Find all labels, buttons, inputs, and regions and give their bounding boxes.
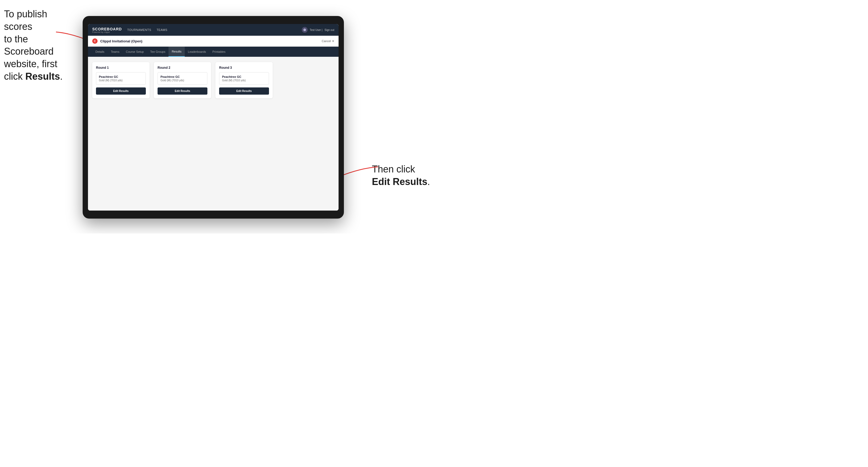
edit-results-button-2[interactable]: Edit Results (158, 87, 208, 95)
empty-column (277, 62, 334, 98)
edit-results-button-3[interactable]: Edit Results (219, 87, 269, 95)
top-nav: SCOREBOARD Powered by clippd TOURNAMENTS… (88, 24, 339, 36)
round-2-course-name: Peachtree GC (160, 75, 205, 79)
sub-nav: Details Teams Course Setup Tee Groups Re… (88, 46, 339, 57)
logo-area: SCOREBOARD Powered by clippd (92, 27, 122, 33)
nav-right: Test User | Sign out (302, 27, 334, 33)
tab-tee-groups[interactable]: Tee Groups (147, 46, 168, 57)
tab-printables[interactable]: Printables (209, 46, 229, 57)
tablet-screen: SCOREBOARD Powered by clippd TOURNAMENTS… (88, 24, 339, 211)
round-card-2: Round 2 Peachtree GC Gold (M) (7010 yds)… (154, 62, 211, 98)
edit-results-button-1[interactable]: Edit Results (96, 87, 146, 95)
content-area: Round 1 Peachtree GC Gold (M) (7010 yds)… (88, 57, 339, 211)
round-3-course-detail: Gold (M) (7010 yds) (222, 79, 266, 82)
tab-results[interactable]: Results (168, 46, 185, 57)
sign-out-link[interactable]: Sign out (324, 29, 334, 31)
user-icon (302, 27, 308, 33)
user-icon-inner (303, 29, 306, 31)
tab-teams[interactable]: Teams (108, 46, 123, 57)
logo-sub: Powered by clippd (92, 31, 122, 33)
round-card-1: Round 1 Peachtree GC Gold (M) (7010 yds)… (92, 62, 150, 98)
round-1-course-detail: Gold (M) (7010 yds) (99, 79, 143, 82)
round-card-3: Round 3 Peachtree GC Gold (M) (7010 yds)… (215, 62, 273, 98)
user-name: Test User | (310, 29, 322, 31)
tournament-header: C Clippd Invitational (Open) Cancel ✕ (88, 36, 339, 46)
round-2-course-detail: Gold (M) (7010 yds) (160, 79, 205, 82)
tournament-name: Clippd Invitational (Open) (100, 39, 322, 43)
round-2-title: Round 2 (158, 66, 208, 69)
app-logo: SCOREBOARD (92, 27, 122, 31)
tab-course-setup[interactable]: Course Setup (123, 46, 147, 57)
round-3-course-card: Peachtree GC Gold (M) (7010 yds) (219, 72, 269, 85)
tournament-icon: C (92, 38, 98, 44)
nav-tournaments[interactable]: TOURNAMENTS (127, 27, 151, 33)
round-3-title: Round 3 (219, 66, 269, 69)
round-1-title: Round 1 (96, 66, 146, 69)
close-icon: ✕ (332, 39, 334, 43)
nav-links: TOURNAMENTS TEAMS (127, 27, 302, 33)
tablet: SCOREBOARD Powered by clippd TOURNAMENTS… (83, 16, 344, 219)
nav-teams[interactable]: TEAMS (156, 27, 167, 33)
round-1-course-name: Peachtree GC (99, 75, 143, 79)
tab-details[interactable]: Details (92, 46, 108, 57)
round-1-course-card: Peachtree GC Gold (M) (7010 yds) (96, 72, 146, 85)
instruction-right: Then click Edit Results. (372, 163, 430, 188)
round-3-course-name: Peachtree GC (222, 75, 266, 79)
tab-leaderboards[interactable]: Leaderboards (185, 46, 209, 57)
instruction-left: To publish scores to the Scoreboard webs… (4, 8, 68, 83)
cancel-button[interactable]: Cancel ✕ (322, 39, 334, 43)
round-2-course-card: Peachtree GC Gold (M) (7010 yds) (158, 72, 208, 85)
rounds-grid: Round 1 Peachtree GC Gold (M) (7010 yds)… (92, 62, 334, 98)
